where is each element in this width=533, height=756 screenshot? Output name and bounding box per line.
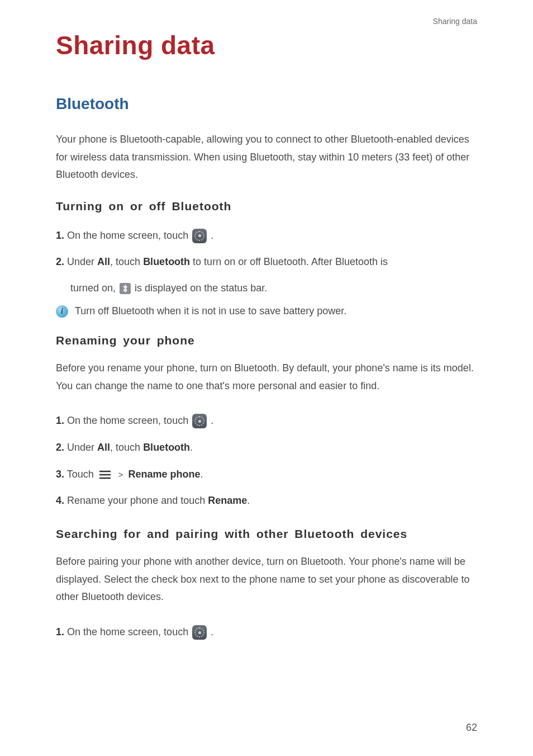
subheading-renaming: Renaming your phone	[56, 334, 477, 347]
step-text: On the home screen, touch	[67, 230, 191, 241]
step-text: Touch	[67, 469, 97, 480]
section-heading-bluetooth: Bluetooth	[56, 95, 477, 113]
step-number: 2.	[56, 442, 64, 453]
page-number: 62	[466, 722, 477, 734]
renaming-intro-paragraph: Before you rename your phone, turn on Bl…	[56, 360, 477, 395]
page-title: Sharing data	[56, 30, 477, 60]
step-text: , touch	[110, 256, 143, 267]
emphasis-rename: Rename	[208, 495, 247, 506]
step-number: 2.	[56, 256, 64, 267]
step-text: .	[190, 442, 193, 453]
searching-intro-paragraph: Before pairing your phone with another d…	[56, 553, 477, 606]
breadcrumb-separator: >	[118, 470, 123, 479]
step-number: 1.	[56, 230, 64, 241]
step-text: .	[247, 495, 250, 506]
subheading-turning-on-off: Turning on or off Bluetooth	[56, 200, 477, 213]
step-text: .	[211, 626, 213, 637]
step-number: 1.	[56, 626, 64, 637]
subheading-searching-pairing: Searching for and pairing with other Blu…	[56, 527, 477, 541]
step-text: , touch	[110, 442, 143, 453]
step-1: 1. On the home screen, touch .	[56, 622, 477, 643]
step-2: 2. Under All, touch Bluetooth.	[56, 437, 477, 459]
info-icon: i	[56, 305, 68, 318]
step-text: .	[211, 415, 213, 426]
settings-icon	[192, 625, 207, 640]
step-2: 2. Under All, touch Bluetooth to turn on…	[56, 252, 477, 273]
emphasis-bluetooth: Bluetooth	[143, 442, 190, 453]
step-text: .	[211, 230, 213, 241]
emphasis-all: All	[97, 442, 110, 453]
step-number: 3.	[56, 469, 64, 480]
step-text: On the home screen, touch	[67, 626, 191, 637]
emphasis-all: All	[97, 256, 110, 267]
menu-icon	[99, 470, 111, 479]
step-text: turned on,	[70, 282, 118, 294]
tip-text: Turn off Bluetooth when it is not in use…	[75, 303, 346, 319]
bluetooth-status-icon	[120, 283, 131, 294]
emphasis-bluetooth: Bluetooth	[143, 256, 190, 267]
step-text: On the home screen, touch	[67, 415, 191, 426]
step-text: Rename your phone and touch	[67, 495, 208, 506]
header-section-label: Sharing data	[56, 17, 477, 26]
step-4: 4. Rename your phone and touch Rename.	[56, 490, 477, 512]
step-3: 3. Touch > Rename phone.	[56, 464, 477, 485]
emphasis-rename-phone: Rename phone	[129, 469, 201, 480]
bluetooth-intro-paragraph: Your phone is Bluetooth-capable, allowin…	[56, 131, 477, 184]
step-number: 1.	[56, 415, 64, 426]
step-1: 1. On the home screen, touch .	[56, 225, 477, 247]
settings-icon	[192, 229, 207, 243]
step-text: .	[201, 469, 203, 480]
step-1: 1. On the home screen, touch .	[56, 410, 477, 432]
step-2-continued: turned on, is displayed on the status ba…	[56, 278, 477, 297]
step-text: Under	[67, 256, 97, 267]
settings-icon	[192, 414, 207, 428]
step-number: 4.	[56, 495, 64, 506]
tip-row: i Turn off Bluetooth when it is not in u…	[56, 303, 477, 319]
step-text: Under	[67, 442, 97, 453]
step-text: to turn on or off Bluetooth. After Bluet…	[190, 256, 388, 267]
step-text: is displayed on the status bar.	[135, 282, 267, 294]
